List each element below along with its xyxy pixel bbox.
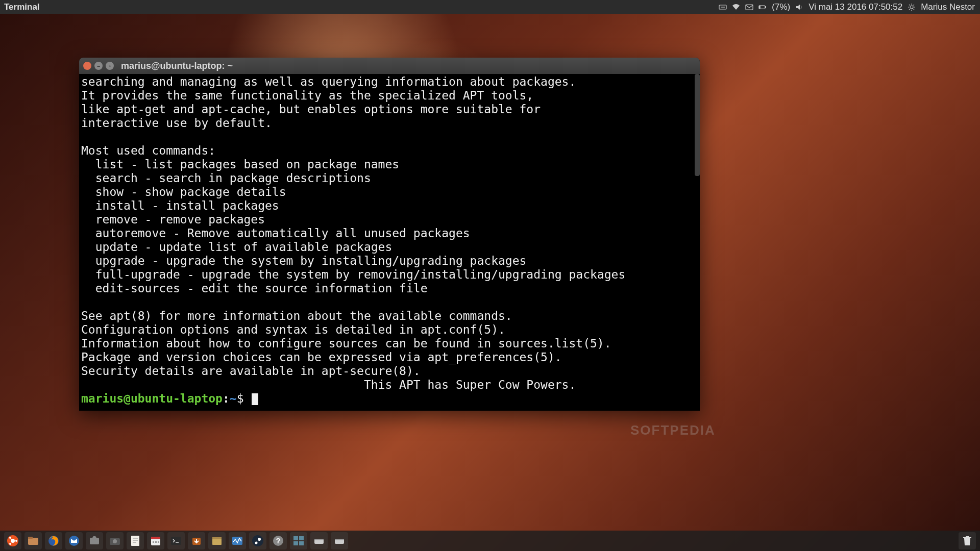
help-icon[interactable]: ? (270, 532, 287, 549)
svg-rect-40 (966, 536, 969, 537)
svg-rect-12 (28, 537, 33, 539)
window-title: marius@ubuntu-laptop: ~ (121, 61, 233, 71)
svg-point-9 (9, 537, 11, 539)
minimize-button[interactable]: ‒ (94, 62, 103, 70)
user-name[interactable]: Marius Nestor (921, 2, 975, 12)
svg-rect-15 (90, 538, 99, 544)
maximize-button[interactable]: ▫ (106, 62, 114, 70)
svg-rect-20 (151, 537, 160, 539)
svg-rect-3 (765, 6, 766, 8)
terminal-titlebar[interactable]: ‒ ▫ marius@ubuntu-laptop: ~ (79, 58, 700, 74)
svg-rect-33 (293, 541, 298, 545)
archive-icon[interactable] (208, 532, 226, 549)
svg-rect-38 (335, 539, 344, 540)
svg-rect-39 (963, 537, 971, 538)
svg-rect-4 (760, 6, 761, 8)
removable-disk-icon[interactable] (331, 532, 348, 549)
mail-icon[interactable] (745, 3, 753, 11)
terminal-window: ‒ ▫ marius@ubuntu-laptop: ~ searching an… (79, 58, 700, 411)
svg-point-5 (910, 6, 913, 9)
session-gear-icon[interactable] (908, 3, 916, 11)
steam-icon[interactable] (249, 532, 266, 549)
files-icon[interactable] (24, 532, 42, 549)
cursor (252, 393, 258, 405)
removable-disk-icon[interactable] (310, 532, 328, 549)
svg-rect-11 (28, 538, 38, 545)
svg-point-10 (9, 543, 11, 545)
svg-rect-34 (299, 541, 304, 545)
active-app-name[interactable]: Terminal (0, 2, 40, 12)
terminal-output[interactable]: searching and managing as well as queryi… (79, 74, 700, 411)
svg-point-7 (11, 539, 15, 543)
svg-point-28 (255, 542, 258, 544)
wifi-icon[interactable] (732, 3, 740, 11)
battery-percent: (7%) (772, 2, 790, 12)
close-button[interactable] (83, 62, 91, 70)
thunderbird-icon[interactable] (65, 532, 83, 549)
prompt-symbol: $ (237, 392, 244, 405)
svg-text:?: ? (276, 537, 281, 545)
terminal-icon[interactable] (167, 532, 185, 549)
trash-icon[interactable] (959, 532, 976, 549)
camera-icon[interactable] (106, 532, 124, 549)
svg-point-26 (252, 535, 263, 546)
svg-rect-31 (293, 536, 298, 540)
workspace-icon[interactable] (290, 532, 307, 549)
start-menu-icon[interactable] (4, 532, 21, 549)
text-editor-icon[interactable] (127, 532, 144, 549)
svg-point-27 (258, 538, 261, 541)
bottom-panel: ? (0, 531, 980, 551)
battery-icon[interactable] (758, 3, 767, 11)
prompt-path: ~ (230, 392, 237, 405)
prompt-user-host: marius@ubuntu-laptop (81, 392, 223, 405)
svg-rect-1 (746, 5, 753, 10)
firefox-icon[interactable] (45, 532, 62, 549)
system-monitor-icon[interactable] (229, 532, 246, 549)
svg-rect-32 (299, 536, 304, 540)
svg-rect-24 (212, 537, 222, 539)
svg-point-17 (113, 539, 117, 543)
software-updater-icon[interactable] (188, 532, 205, 549)
svg-rect-36 (314, 539, 324, 540)
keyboard-layout-icon[interactable] (719, 3, 727, 11)
svg-rect-21 (171, 537, 181, 545)
scrollbar[interactable] (695, 74, 700, 176)
datetime[interactable]: Vi mai 13 2016 07:50:52 (808, 2, 902, 12)
top-panel: Terminal (7%) Vi mai 13 2016 07:50:52 Ma… (0, 0, 980, 14)
screenshot-icon[interactable] (86, 532, 103, 549)
watermark: SOFTPEDIA (630, 422, 716, 438)
svg-rect-18 (131, 536, 139, 546)
volume-icon[interactable] (795, 3, 803, 11)
svg-point-8 (15, 540, 17, 542)
calendar-icon[interactable] (147, 532, 164, 549)
